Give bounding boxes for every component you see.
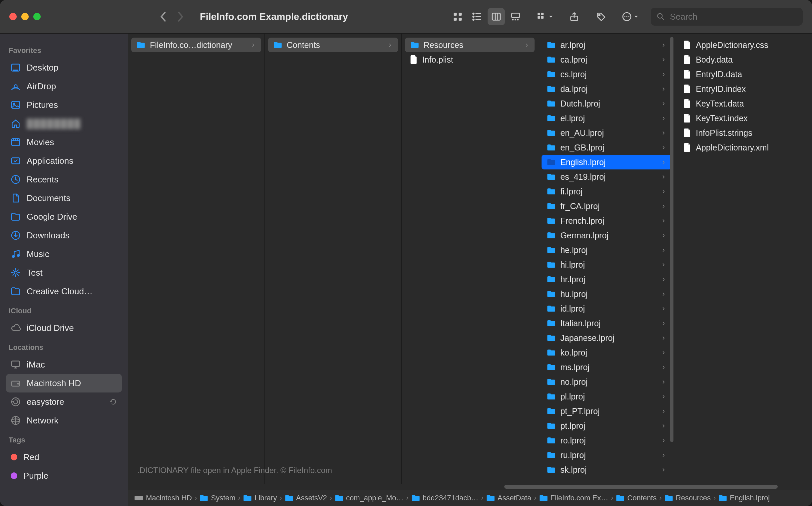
sidebar[interactable]: FavoritesDesktopAirDropPictures████████M… bbox=[0, 33, 128, 506]
folder-row[interactable]: Dutch.lproj› bbox=[541, 96, 671, 111]
folder-row[interactable]: fr_CA.lproj› bbox=[541, 199, 671, 214]
group-by-menu[interactable] bbox=[533, 8, 556, 25]
sidebar-item[interactable]: iMac bbox=[6, 355, 122, 374]
search-input[interactable] bbox=[669, 11, 797, 22]
sidebar-item[interactable]: AirDrop bbox=[6, 77, 122, 95]
file-row[interactable]: KeyText.index bbox=[678, 111, 808, 125]
sidebar-item[interactable]: Purple bbox=[6, 467, 122, 485]
folder-row[interactable]: pl.lproj› bbox=[541, 389, 671, 404]
sidebar-item[interactable]: iCloud Drive bbox=[6, 319, 122, 337]
folder-row[interactable]: Italian.lproj› bbox=[541, 316, 671, 331]
folder-row[interactable]: da.lproj› bbox=[541, 82, 671, 96]
breadcrumb-item[interactable]: bdd23471dacb… bbox=[411, 494, 478, 502]
sidebar-item[interactable]: Music bbox=[6, 245, 122, 263]
breadcrumb-item[interactable]: Macintosh HD bbox=[135, 494, 192, 502]
folder-row[interactable]: ar.lproj› bbox=[541, 37, 671, 52]
file-row[interactable]: EntryID.data bbox=[678, 67, 808, 82]
file-row[interactable]: EntryID.index bbox=[678, 82, 808, 96]
folder-row[interactable]: Japanese.lproj› bbox=[541, 331, 671, 345]
browser-column[interactable]: Contents› bbox=[265, 33, 402, 484]
breadcrumb-item[interactable]: English.lproj bbox=[718, 494, 770, 502]
sidebar-item[interactable]: Network bbox=[6, 411, 122, 430]
close-button[interactable] bbox=[9, 13, 17, 20]
folder-row[interactable]: el.lproj› bbox=[541, 111, 671, 125]
folder-row[interactable]: French.lproj› bbox=[541, 214, 671, 228]
folder-row[interactable]: ms.lproj› bbox=[541, 360, 671, 374]
breadcrumb-item[interactable]: System bbox=[200, 494, 235, 502]
folder-row[interactable]: es_419.lproj› bbox=[541, 169, 671, 184]
view-gallery[interactable] bbox=[507, 8, 524, 25]
folder-row[interactable]: cs.lproj› bbox=[541, 67, 671, 82]
folder-row[interactable]: ca.lproj› bbox=[541, 52, 671, 67]
file-row[interactable]: Body.data bbox=[678, 52, 808, 67]
folder-row[interactable]: ro.lproj› bbox=[541, 433, 671, 448]
sidebar-item[interactable]: Desktop bbox=[6, 58, 122, 77]
folder-row[interactable]: hi.lproj› bbox=[541, 257, 671, 272]
search-field[interactable] bbox=[651, 8, 803, 26]
sidebar-item[interactable]: Red bbox=[6, 448, 122, 467]
breadcrumb-item[interactable]: com_apple_Mo… bbox=[335, 494, 403, 502]
breadcrumb-item[interactable]: FileInfo.com Ex… bbox=[539, 494, 608, 502]
folder-row[interactable]: pt_PT.lproj› bbox=[541, 404, 671, 418]
folder-row[interactable]: he.lproj› bbox=[541, 243, 671, 257]
folder-row[interactable]: ru.lproj› bbox=[541, 448, 671, 462]
column-scrollbar[interactable] bbox=[670, 37, 673, 484]
folder-row[interactable]: hu.lproj› bbox=[541, 286, 671, 301]
folder-row[interactable]: English.lproj› bbox=[541, 155, 671, 169]
zoom-button[interactable] bbox=[33, 13, 41, 20]
tags-button[interactable] bbox=[592, 8, 609, 25]
view-columns[interactable] bbox=[488, 8, 505, 25]
back-button[interactable] bbox=[160, 11, 167, 22]
folder-icon bbox=[547, 41, 556, 49]
sidebar-item[interactable]: Google Drive bbox=[6, 207, 122, 226]
file-row[interactable]: KeyText.data bbox=[678, 96, 808, 111]
column-browser[interactable]: FileInfo.co…dictionary›Contents›Resource… bbox=[128, 33, 812, 484]
folder-row[interactable]: id.lproj› bbox=[541, 301, 671, 316]
folder-row[interactable]: en_AU.lproj› bbox=[541, 125, 671, 140]
folder-row[interactable]: FileInfo.co…dictionary› bbox=[131, 37, 261, 52]
forward-button[interactable] bbox=[176, 11, 184, 22]
sidebar-item[interactable]: Test bbox=[6, 263, 122, 282]
folder-row[interactable]: Contents› bbox=[268, 37, 398, 52]
folder-row[interactable]: en_GB.lproj› bbox=[541, 140, 671, 155]
browser-column[interactable]: Resources›Info.plist bbox=[402, 33, 538, 484]
breadcrumb-item[interactable]: Library bbox=[243, 494, 277, 502]
folder-row[interactable]: pt.lproj› bbox=[541, 418, 671, 433]
sidebar-item[interactable]: Pictures bbox=[6, 95, 122, 114]
sidebar-item[interactable]: Applications bbox=[6, 152, 122, 170]
browser-column[interactable]: ar.lproj›ca.lproj›cs.lproj›da.lproj›Dutc… bbox=[538, 33, 675, 484]
path-bar[interactable]: Macintosh HD›System›Library›AssetsV2›com… bbox=[128, 490, 812, 506]
breadcrumb-item[interactable]: AssetsV2 bbox=[285, 494, 327, 502]
view-list[interactable] bbox=[468, 8, 486, 25]
view-icon-grid[interactable] bbox=[449, 8, 466, 25]
file-row[interactable]: Info.plist bbox=[405, 52, 535, 67]
folder-row[interactable]: sk.lproj› bbox=[541, 462, 671, 477]
minimize-button[interactable] bbox=[21, 13, 29, 20]
sidebar-item[interactable]: Movies bbox=[6, 133, 122, 152]
sidebar-item[interactable]: easystore bbox=[6, 393, 122, 411]
sidebar-item[interactable]: ████████ bbox=[6, 114, 122, 133]
breadcrumb-item[interactable]: Resources bbox=[664, 494, 711, 502]
breadcrumb-item[interactable]: Contents bbox=[616, 494, 656, 502]
folder-row[interactable]: Resources› bbox=[405, 37, 535, 52]
browser-column[interactable]: FileInfo.co…dictionary› bbox=[128, 33, 265, 484]
file-row[interactable]: AppleDictionary.css bbox=[678, 37, 808, 52]
browser-column[interactable]: AppleDictionary.cssBody.dataEntryID.data… bbox=[675, 33, 812, 484]
folder-row[interactable]: fi.lproj› bbox=[541, 184, 671, 199]
folder-row[interactable]: no.lproj› bbox=[541, 374, 671, 389]
sidebar-item[interactable]: Recents bbox=[6, 170, 122, 189]
folder-row[interactable]: German.lproj› bbox=[541, 228, 671, 243]
sidebar-item[interactable]: Creative Cloud… bbox=[6, 282, 122, 301]
sidebar-item[interactable]: Downloads bbox=[6, 226, 122, 245]
horizontal-scrollbar[interactable] bbox=[128, 484, 812, 490]
sidebar-item[interactable]: Macintosh HD bbox=[6, 374, 122, 393]
action-menu[interactable] bbox=[619, 8, 642, 25]
sidebar-item[interactable]: Documents bbox=[6, 189, 122, 207]
refresh-icon[interactable] bbox=[109, 398, 117, 406]
share-button[interactable] bbox=[566, 8, 583, 25]
breadcrumb-item[interactable]: AssetData bbox=[486, 494, 531, 502]
file-row[interactable]: InfoPlist.strings bbox=[678, 125, 808, 140]
folder-row[interactable]: hr.lproj› bbox=[541, 272, 671, 286]
folder-row[interactable]: ko.lproj› bbox=[541, 345, 671, 360]
file-row[interactable]: AppleDictionary.xml bbox=[678, 140, 808, 155]
